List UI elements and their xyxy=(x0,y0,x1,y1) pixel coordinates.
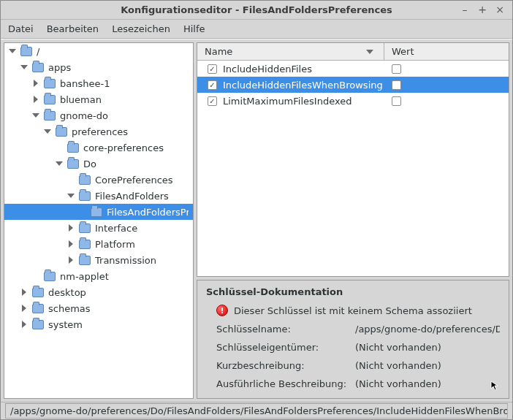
expand-icon[interactable] xyxy=(31,110,41,121)
tree-node-coreprefs2[interactable]: CorePreferences xyxy=(4,172,193,188)
window-title: Konfigurationseditor - FilesAndFoldersPr… xyxy=(7,4,506,15)
sort-desc-icon xyxy=(366,50,373,54)
folder-icon xyxy=(32,320,44,329)
table-body[interactable]: IncludeHiddenFilesIncludeHiddenFilesWhen… xyxy=(197,61,509,276)
doc-value-keyname: /apps/gnome-do/preferences/Do/FilesAndFo… xyxy=(355,324,500,335)
doc-warning-text: Dieser Schlüssel ist mit keinem Schema a… xyxy=(234,305,472,316)
tree-node-transmission[interactable]: Transmission xyxy=(4,252,193,268)
statusbar: /apps/gnome-do/preferences/Do/FilesAndFo… xyxy=(1,402,512,419)
folder-icon xyxy=(79,240,91,249)
expand-icon[interactable] xyxy=(66,255,76,265)
folder-icon xyxy=(67,159,79,169)
cell-name: IncludeHiddenFiles xyxy=(197,64,384,75)
cell-name: IncludeHiddenFilesWhenBrowsing xyxy=(197,80,384,91)
tree-node-interface[interactable]: Interface xyxy=(4,220,193,236)
menu-bookmarks[interactable]: Lesezeichen xyxy=(112,23,170,34)
doc-warning: ! Dieser Schlüssel ist mit keinem Schema… xyxy=(216,305,500,316)
expand-icon[interactable] xyxy=(19,303,29,313)
close-button[interactable]: × xyxy=(493,3,506,16)
folder-icon xyxy=(44,272,56,281)
folder-icon xyxy=(32,304,44,313)
expand-icon[interactable] xyxy=(42,126,53,137)
expand-icon[interactable] xyxy=(31,94,41,104)
folder-icon xyxy=(79,224,91,233)
table-row[interactable]: IncludeHiddenFiles xyxy=(197,61,509,77)
expand-icon[interactable] xyxy=(19,319,29,329)
col-value-header[interactable]: Wert xyxy=(384,43,509,60)
expand-icon[interactable] xyxy=(19,62,29,72)
folder-icon xyxy=(44,79,56,88)
checkbox[interactable] xyxy=(208,80,217,90)
config-editor-window: Konfigurationseditor - FilesAndFoldersPr… xyxy=(0,0,513,420)
maximize-button[interactable]: + xyxy=(476,3,489,16)
tree-node-schemas[interactable]: schemas xyxy=(4,300,193,316)
value-checkbox[interactable] xyxy=(392,64,401,74)
folder-icon xyxy=(91,207,102,217)
main-area: / apps banshee-1 blueman gnome-do prefer… xyxy=(1,39,512,402)
tree-node-platform[interactable]: Platform xyxy=(4,236,193,252)
doc-label-long: Ausführliche Beschreibung: xyxy=(216,378,355,389)
tree-node-do[interactable]: Do xyxy=(4,156,193,172)
cursor-icon xyxy=(490,380,500,389)
minimize-button[interactable]: – xyxy=(458,3,471,16)
folder-icon xyxy=(67,143,79,153)
col-name-header[interactable]: Name xyxy=(197,43,384,60)
folder-icon xyxy=(79,191,91,201)
cell-value xyxy=(384,80,509,90)
folder-icon xyxy=(79,175,91,185)
tree-node-root[interactable]: / xyxy=(4,43,193,59)
value-checkbox[interactable] xyxy=(392,96,401,106)
cell-value xyxy=(384,64,509,74)
expand-icon[interactable] xyxy=(19,287,29,297)
cell-value xyxy=(384,96,509,106)
menu-help[interactable]: Hilfe xyxy=(183,23,205,34)
window-buttons: – + × xyxy=(458,3,506,16)
menu-file[interactable]: Datei xyxy=(8,23,34,34)
cell-name: LimitMaximumFilesIndexed xyxy=(197,96,384,107)
folder-icon xyxy=(20,47,32,56)
tree-node-apps[interactable]: apps xyxy=(4,59,193,75)
menubar: Datei Bearbeiten Lesezeichen Hilfe xyxy=(1,20,512,39)
folder-icon xyxy=(44,95,56,104)
tree-node-system[interactable]: system xyxy=(4,316,193,332)
doc-label-short: Kurzbeschreibung: xyxy=(216,360,355,371)
tree-node-coreprefs[interactable]: core-preferences xyxy=(4,140,193,156)
tree-node-blueman[interactable]: blueman xyxy=(4,91,193,107)
key-name: IncludeHiddenFiles xyxy=(223,64,312,75)
doc-label-keyname: Schlüsselname: xyxy=(216,324,355,335)
expand-icon[interactable] xyxy=(66,239,76,249)
tree-node-gnomedo[interactable]: gnome-do xyxy=(4,107,193,123)
tree-node-nmapplet[interactable]: nm-applet xyxy=(4,268,193,284)
folder-tree: / apps banshee-1 blueman gnome-do prefer… xyxy=(4,43,193,332)
tree-node-preferences[interactable]: preferences xyxy=(4,123,193,140)
right-pane: Name Wert IncludeHiddenFilesIncludeHidde… xyxy=(197,42,509,399)
doc-value-owner: (Nicht vorhanden) xyxy=(355,342,500,353)
folder-icon xyxy=(32,288,44,297)
keys-table: Name Wert IncludeHiddenFilesIncludeHidde… xyxy=(197,42,509,277)
tree-node-ffprefs[interactable]: FilesAndFoldersPreferen xyxy=(4,204,193,220)
checkbox[interactable] xyxy=(208,64,217,74)
expand-icon[interactable] xyxy=(31,78,41,88)
tree-node-banshee[interactable]: banshee-1 xyxy=(4,75,193,91)
table-header: Name Wert xyxy=(197,43,509,61)
doc-heading: Schlüssel-Dokumentation xyxy=(206,286,500,297)
tree-pane[interactable]: / apps banshee-1 blueman gnome-do prefer… xyxy=(4,42,194,399)
expand-icon[interactable] xyxy=(7,46,18,56)
table-row[interactable]: LimitMaximumFilesIndexed xyxy=(197,93,509,109)
folder-icon xyxy=(56,127,67,137)
key-name: LimitMaximumFilesIndexed xyxy=(223,96,352,107)
checkbox[interactable] xyxy=(208,96,217,106)
folder-icon xyxy=(32,63,44,72)
menu-edit[interactable]: Bearbeiten xyxy=(47,23,99,34)
expand-icon[interactable] xyxy=(54,159,64,169)
doc-label-owner: Schlüsseleigentümer: xyxy=(216,342,355,353)
titlebar[interactable]: Konfigurationseditor - FilesAndFoldersPr… xyxy=(1,1,512,20)
tree-node-desktop[interactable]: desktop xyxy=(4,284,193,300)
folder-icon xyxy=(44,111,56,121)
value-checkbox[interactable] xyxy=(392,80,401,90)
expand-icon[interactable] xyxy=(66,191,76,201)
tree-node-filesfolders[interactable]: FilesAndFolders xyxy=(4,188,193,204)
key-doc-pane: Schlüssel-Dokumentation ! Dieser Schlüss… xyxy=(197,280,509,399)
expand-icon[interactable] xyxy=(66,223,76,233)
table-row[interactable]: IncludeHiddenFilesWhenBrowsing xyxy=(197,77,509,93)
